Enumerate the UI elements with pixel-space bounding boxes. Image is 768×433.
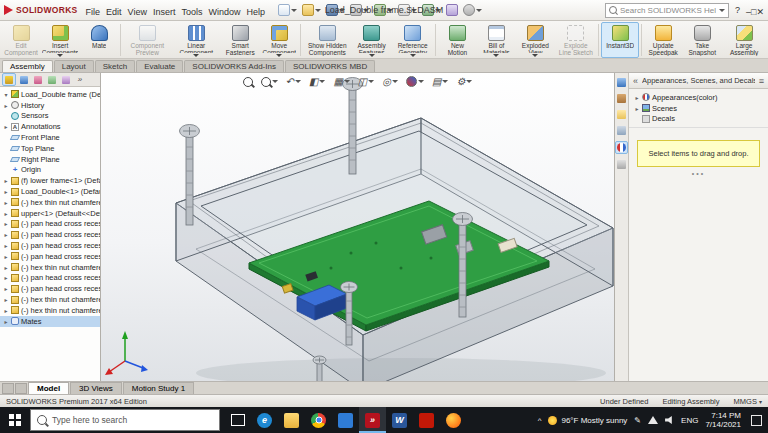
fm-tab-feature-tree[interactable] [2, 73, 16, 86]
ribbon-insert-components-button[interactable]: Insert Components [41, 22, 79, 58]
taskbar-app-word[interactable] [386, 407, 413, 433]
tab-sketch[interactable]: Sketch [95, 60, 135, 72]
qat-new-button[interactable] [277, 3, 298, 17]
ribbon-bill-of-materials-button[interactable]: Bill of Materials [477, 22, 515, 58]
tree-item[interactable]: ▸(-) pan head cross recess sc [0, 229, 100, 240]
tree-item[interactable]: ▸Mates [0, 316, 100, 327]
taskbar-app-file-explorer[interactable] [278, 407, 305, 433]
taskbar-app-edge[interactable] [251, 407, 278, 433]
tree-item[interactable]: ▸Annotations [0, 121, 100, 132]
menu-view[interactable]: View [125, 7, 150, 17]
taskbar-search-input[interactable]: Type here to search [30, 409, 220, 431]
task-pane-tab-view-palette[interactable] [616, 125, 627, 136]
ribbon-new-motion-study-button[interactable]: New Motion Study [438, 22, 476, 58]
hud-previous-view-button[interactable] [284, 75, 303, 88]
expand-arrow-icon[interactable]: ▸ [3, 177, 9, 184]
expand-arrow-icon[interactable]: ▸ [634, 94, 640, 101]
fm-tab-display-manager[interactable] [60, 74, 72, 85]
weather-widget[interactable]: 96°F Mostly sunny [548, 416, 627, 425]
doc-tab-model[interactable]: Model [28, 382, 69, 394]
pane-splitter-handle[interactable]: ••• [629, 170, 768, 177]
menu-tools[interactable]: Tools [178, 7, 205, 17]
viewport-canvas[interactable] [101, 73, 614, 381]
ribbon-assembly-features-button[interactable]: Assembly Features [352, 22, 391, 58]
start-button[interactable] [0, 407, 30, 433]
tree-item[interactable]: ▸(-) pan head cross recess sc [0, 219, 100, 230]
expand-arrow-icon[interactable]: ▸ [3, 199, 9, 206]
tree-item[interactable]: ▸(-) pan head cross recess sc [0, 273, 100, 284]
taskbar-app-acrobat[interactable] [413, 407, 440, 433]
tray-expand-icon[interactable]: ^ [538, 416, 542, 425]
tree-item[interactable]: ▸upper<1> (Default<<Defaul [0, 208, 100, 219]
menu-edit[interactable]: Edit [103, 7, 125, 17]
expand-arrow-icon[interactable]: ▸ [3, 102, 9, 109]
close-button[interactable]: ✕ [756, 7, 764, 17]
expand-arrow-icon[interactable]: ▸ [3, 231, 9, 238]
tab-solidworks-add-ins[interactable]: SOLIDWORKS Add-Ins [184, 60, 284, 72]
tree-item[interactable]: ▸(-) pan head cross recess sc [0, 283, 100, 294]
help-search-input[interactable]: Search SOLIDWORKS Help [605, 3, 729, 18]
ribbon-take-snapshot-button[interactable]: Take Snapshot [683, 22, 721, 58]
taskbar-app-chrome[interactable] [305, 407, 332, 433]
expand-arrow-icon[interactable]: ▸ [3, 285, 9, 292]
clock[interactable]: 7:14 PM 7/14/2021 [705, 411, 741, 429]
ribbon-move-component-button[interactable]: Move Component [260, 22, 298, 58]
tree-item[interactable]: ▸Appearances(color) [631, 92, 766, 103]
tree-item[interactable]: ▸(-) pan head cross recess sc [0, 240, 100, 251]
ribbon-instant3d-button[interactable]: Instant3D [601, 22, 639, 58]
doc-tab-3d-views[interactable]: 3D Views [70, 382, 122, 394]
hud-view-settings-button[interactable] [454, 75, 474, 88]
expand-arrow-icon[interactable]: ▸ [3, 210, 9, 217]
qat-file-properties-button[interactable] [445, 3, 459, 17]
tree-item[interactable]: ▸(-) hex thin nut chamfered g [0, 262, 100, 273]
ribbon-linear-pattern-button[interactable]: Linear Component Pattern [172, 22, 220, 58]
language-indicator[interactable]: ENG [681, 416, 698, 425]
hud-display-style-button[interactable] [356, 75, 376, 88]
expand-arrow-icon[interactable]: ▸ [3, 264, 9, 271]
hud-zoom-area-button[interactable] [259, 76, 280, 88]
qat-undo-button[interactable] [373, 3, 394, 17]
graphics-viewport[interactable] [101, 73, 614, 381]
tree-item[interactable]: Front Plane [0, 132, 100, 143]
fm-tab-dimxpert-manager[interactable] [46, 74, 58, 85]
hud-zoom-fit-button[interactable] [241, 76, 255, 88]
taskbar-app-solidworks[interactable] [359, 407, 386, 433]
taskbar-app-photos[interactable] [332, 407, 359, 433]
task-pane-tab-home[interactable] [616, 77, 627, 88]
expand-arrow-icon[interactable]: ▸ [3, 307, 9, 314]
tab-solidworks-mbd[interactable]: SOLIDWORKS MBD [285, 60, 375, 72]
tab-evaluate[interactable]: Evaluate [136, 60, 183, 72]
help-button[interactable]: ? [735, 5, 740, 15]
tree-item[interactable]: ▾Load_Double frame (Default<D [0, 89, 100, 100]
expand-arrow-icon[interactable]: ▸ [3, 253, 9, 260]
tab-layout[interactable]: Layout [54, 60, 94, 72]
expand-arrow-icon[interactable]: ▾ [3, 91, 9, 98]
menu-insert[interactable]: Insert [150, 7, 179, 17]
qat-rebuild-button[interactable] [421, 3, 442, 17]
hud-apply-scene-button[interactable] [430, 75, 450, 88]
hud-section-view-button[interactable] [307, 75, 327, 88]
network-icon[interactable] [648, 416, 658, 424]
taskbar-app-firefox[interactable] [440, 407, 467, 433]
hud-view-orientation-button[interactable] [331, 75, 351, 88]
expand-arrow-icon[interactable]: ▸ [3, 296, 9, 303]
hud-hide-show-items-button[interactable] [380, 75, 400, 88]
tree-item[interactable]: Sensors [0, 111, 100, 122]
qat-open-button[interactable] [301, 3, 322, 17]
volume-icon[interactable] [665, 416, 674, 424]
task-pane-tab-file-explorer[interactable] [616, 109, 627, 120]
qat-save-button[interactable] [325, 3, 346, 17]
menu-file[interactable]: File [83, 7, 104, 17]
tree-item[interactable]: ▸Load_Double<1> (Default< [0, 186, 100, 197]
tab-scroll-icon[interactable] [15, 383, 27, 394]
pin-pane-icon[interactable]: ≡ [759, 76, 764, 86]
action-center-icon[interactable] [751, 415, 762, 426]
tree-item[interactable]: ▸(-) pan head cross recess sc [0, 251, 100, 262]
ribbon-show-hidden-button[interactable]: Show Hidden Components [303, 22, 351, 58]
pen-icon[interactable]: ✎ [634, 416, 641, 425]
qat-print-button[interactable] [349, 3, 370, 17]
tree-item[interactable]: ▸(f) lower frame<1> (Default [0, 175, 100, 186]
tree-item[interactable]: Top Plane [0, 143, 100, 154]
tree-item[interactable]: ▸(-) hex thin nut chamfered g [0, 294, 100, 305]
qat-options-button[interactable] [462, 3, 483, 17]
